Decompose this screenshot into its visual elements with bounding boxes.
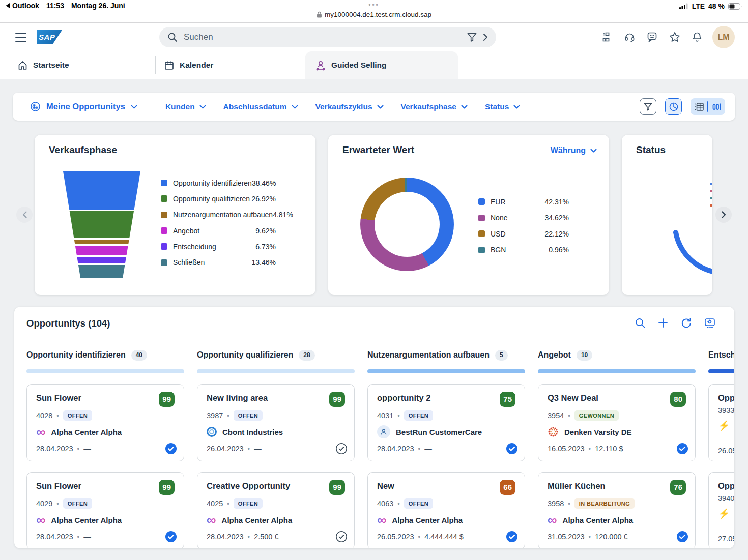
headset-icon[interactable] [624,32,635,42]
date: Montag 26. Juni [71,2,125,10]
kanban-column-progressbar [708,369,734,373]
opportunity-id: 4029 [36,499,52,508]
carousel-next-button[interactable] [715,207,732,223]
funnel-segment-3 [63,246,140,255]
tab-guided-selling[interactable]: Guided Selling [315,51,387,79]
card-meta-row: 4028•OFFEN [36,410,175,421]
legend-color-chip [478,230,485,237]
card-title: Erwarteter Wert [342,144,414,156]
verkaufsphase-card: Verkaufsphase Opportunity identifizieren… [35,135,315,295]
board-search-icon[interactable] [635,317,646,329]
tab-kalender[interactable]: Kalender [164,51,213,79]
view-selector[interactable]: Meine Opportunitys [13,93,151,121]
opportunity-card[interactable]: Q3 New Deal803954•GEWONNENDenken Varsity… [538,384,696,461]
legend-label: None [491,214,545,222]
account-name: Alpha Center Alpha [51,428,122,436]
close-date: 28.04.2023 [36,533,73,541]
currency-selector[interactable]: Währung [551,146,597,155]
opportunity-id: 3940 [718,494,734,503]
opportunity-card[interactable]: Opp3940⚡27.05 [708,472,734,548]
selected-check-icon[interactable] [506,443,518,455]
legend-label: Opportunity qualifizieren [173,195,252,203]
selected-check-icon[interactable] [165,443,177,455]
account-name: BestRun CustomerCare [396,428,482,436]
dot-separator: • [589,533,591,541]
opportunity-title: New [377,480,394,491]
table-view-toggle[interactable] [691,98,707,115]
back-to-app-button[interactable]: Outlook [5,2,39,10]
favorites-icon[interactable] [669,32,680,42]
status-badge: OFFEN [234,498,263,509]
avatar[interactable]: LM [712,26,735,48]
opportunity-card[interactable]: New664063•OFFEN∞Alpha Center Alpha26.05.… [367,472,525,548]
filter-verkaufszyklus[interactable]: Verkaufszyklus [315,102,384,111]
filter-label: Verkaufszyklus [315,102,372,111]
selected-check-icon[interactable] [676,530,688,543]
layout-switch[interactable] [691,98,725,115]
selected-check-icon[interactable] [506,530,518,543]
card-account-row: BestRun CustomerCare [377,425,515,438]
address-bar[interactable]: my1000004.de1.test.crm.cloud.sap [317,11,431,18]
legend-item: Schließen13.46% [161,254,276,270]
search-input[interactable] [184,32,461,42]
chevron-down-icon [377,105,384,109]
selected-check-icon[interactable] [165,530,177,543]
table-icon [695,103,704,111]
feedback-icon[interactable] [647,32,657,42]
unselected-check-icon[interactable] [335,530,348,543]
card-meta-row: 4025•OFFEN [207,498,345,509]
notifications-icon[interactable] [692,32,702,42]
card-account-row: ∞Alpha Center Alpha [548,513,686,526]
filter-verkaufsphase[interactable]: Verkaufsphase [401,102,468,111]
org-switcher-icon[interactable] [602,32,613,42]
card-title: Verkaufsphase [49,144,117,156]
chevron-down-icon [292,105,298,109]
opportunity-card[interactable]: Sun Flower994028•OFFEN∞Alpha Center Alph… [26,384,184,461]
opportunity-title: Sun Flower [36,480,81,491]
opportunity-card[interactable]: New living area993987•OFFENCbont Industr… [197,384,355,461]
score-badge: 99 [159,392,175,407]
opportunity-card[interactable]: Opp3933⚡26.05 [708,384,734,461]
filter-abschlussdatum[interactable]: Abschlussdatum [223,102,298,111]
legend-color-chip [478,198,485,205]
chevron-down-icon [199,105,206,109]
filter-toolbar: Meine Opportunitys Kunden Abschlussdatum… [13,93,735,121]
tab-startseite[interactable]: Startseite [18,51,69,79]
legend-value: 6.73% [255,243,276,251]
search-expand-icon[interactable] [483,33,488,41]
url-text: my1000004.de1.test.crm.cloud.sap [325,11,431,18]
opportunity-card[interactable]: opportunity 2754031•OFFENBestRun Custome… [367,384,525,461]
chart-view-button[interactable] [665,98,682,115]
view-selector-label: Meine Opportunitys [46,102,125,111]
search-bar[interactable] [159,27,496,47]
account-logo-bolt: ⚡ [718,509,730,519]
selected-check-icon[interactable] [676,443,688,455]
legend-color-chip [710,197,712,199]
legend-value: 4.81% [273,211,293,219]
search-filter-icon[interactable] [467,33,477,42]
tab-label: Startseite [33,61,69,70]
kanban-column-progressbar [26,369,184,373]
account-logo-bolt: ⚡ [718,421,730,431]
dot-separator: • [568,412,570,420]
kanban-column-header: Nutzenargumentation aufbauen5 [367,349,525,361]
opportunity-card[interactable]: Sun Flower994029•OFFEN∞Alpha Center Alph… [26,472,184,548]
ai-assistant-icon[interactable] [704,317,716,329]
kanban-view-toggle[interactable] [708,98,725,115]
dot-separator: • [418,445,421,453]
opportunity-card[interactable]: Müller Küchen763958•IN BEARBEITUNG∞Alpha… [538,472,696,548]
legend-color-chip [710,183,712,185]
sap-logo[interactable]: SAP [37,30,62,44]
opportunity-card[interactable]: Creative Opportunity994025•OFFEN∞Alpha C… [197,472,355,548]
filter-kunden[interactable]: Kunden [165,102,206,111]
adapt-filters-button[interactable] [640,98,656,115]
tab-divider [155,56,156,74]
carousel-prev-button[interactable] [16,207,33,223]
unselected-check-icon[interactable] [335,443,348,455]
window-dots[interactable]: ••• [368,2,380,9]
refresh-icon[interactable] [680,317,692,329]
menu-button[interactable] [15,33,26,42]
add-opportunity-icon[interactable] [658,318,668,328]
filter-status[interactable]: Status [485,102,520,111]
expected-value: — [254,445,262,453]
